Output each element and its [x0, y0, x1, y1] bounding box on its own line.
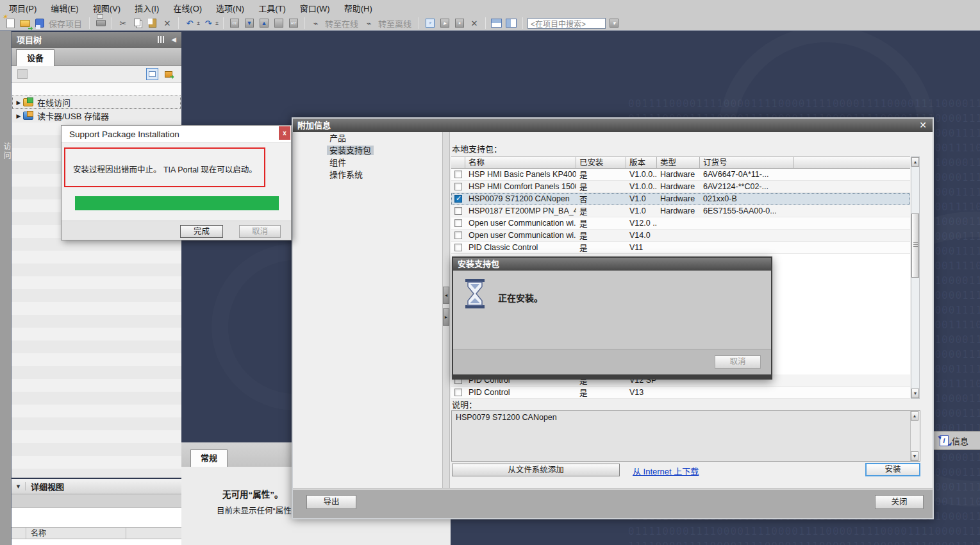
expand-right-icon[interactable]: ► [443, 308, 449, 326]
tab-general[interactable]: 常规 [190, 449, 228, 467]
scrollbar-thumb[interactable] [911, 214, 919, 278]
package-row[interactable]: Open user Communication wi...是V14.0 [451, 230, 910, 242]
column-header[interactable]: 订货号 [700, 157, 794, 168]
new-project-icon[interactable] [4, 17, 17, 29]
details-view-header[interactable]: ▾ 详细视图 [12, 479, 181, 494]
collapse-panel-icon[interactable]: ◀ [171, 37, 176, 43]
search-input[interactable] [527, 18, 606, 29]
category-item[interactable]: 产品 [327, 132, 442, 144]
package-row[interactable]: HSP HMI Basic Panels KP400, ...是V1.0.0..… [451, 169, 910, 181]
export-button[interactable]: 导出 [306, 495, 356, 509]
cross-reference-icon[interactable]: ✕ [468, 17, 481, 29]
menu-item[interactable]: 选项(N) [211, 0, 253, 16]
save-project-icon[interactable] [33, 17, 46, 29]
package-row[interactable]: PID Classic Control是V11 [451, 242, 910, 254]
search-options-icon[interactable]: ▾ [608, 17, 620, 29]
menu-item[interactable]: 在线(O) [168, 0, 211, 16]
menu-item[interactable]: 项目(P) [4, 0, 46, 16]
download-from-internet-link[interactable]: 从 Internet 上下载 [633, 465, 699, 477]
scroll-down-icon[interactable]: ▼ [911, 451, 918, 461]
go-online-plug-icon[interactable]: ⌁ [310, 17, 322, 29]
checkbox-checked[interactable] [454, 195, 462, 203]
split-horizontal-icon[interactable] [490, 17, 503, 29]
go-offline-plug-icon[interactable]: ⌁ [363, 17, 376, 29]
expand-icon[interactable]: ▶ [14, 99, 23, 106]
tab-devices[interactable]: 设备 [16, 49, 54, 66]
column-header[interactable]: 版本 [626, 157, 657, 168]
delete-icon[interactable]: ✕ [161, 17, 174, 29]
table-header-row[interactable]: 名称已安装版本类型订货号 [451, 156, 910, 169]
compile-icon[interactable]: 01 [228, 17, 241, 29]
print-icon[interactable] [94, 17, 107, 29]
package-row[interactable]: Open user Communication wi...是V12.0 ... [451, 217, 910, 230]
close-icon[interactable]: ✕ [917, 119, 929, 131]
dialog-title-bar[interactable]: 附加信息 ✕ [293, 119, 933, 132]
menu-item[interactable]: 视图(V) [88, 0, 129, 16]
panel-splitter[interactable]: ◄ ► [442, 132, 450, 488]
menu-item[interactable]: 工具(T) [253, 0, 295, 16]
details-name-column-header[interactable]: 名称 [12, 527, 181, 539]
dialog-title-bar[interactable]: 安装支持包 [453, 258, 771, 271]
start-runtime-icon[interactable]: RT [287, 17, 300, 29]
column-header[interactable]: 名称 [465, 157, 576, 168]
package-row[interactable]: HSP HMI Comfort Panels 1500...是V1.0.0...… [451, 181, 910, 193]
checkbox-unchecked[interactable] [454, 389, 462, 396]
checkbox-unchecked[interactable] [454, 219, 462, 227]
cancel-button[interactable]: 取消 [715, 355, 761, 369]
checkbox-unchecked[interactable] [454, 231, 462, 239]
undo-icon[interactable]: ↶ [183, 17, 196, 29]
menu-item[interactable]: 编辑(E) [46, 0, 87, 16]
scroll-down-icon[interactable]: ▼ [911, 389, 919, 398]
scroll-up-icon[interactable]: ▲ [911, 157, 919, 167]
checkbox-unchecked[interactable] [454, 207, 462, 215]
column-header[interactable]: 已安装 [576, 157, 626, 168]
save-project-label[interactable]: 保存项目 [49, 17, 82, 29]
collapsed-side-strip[interactable]: 访问 [0, 31, 12, 545]
paste-icon[interactable] [146, 17, 159, 29]
copy-icon[interactable] [131, 17, 144, 29]
chevron-down-icon[interactable]: ▾ [12, 482, 26, 491]
info-tab[interactable]: i 信息 [933, 431, 980, 450]
cut-icon[interactable]: ✂ [117, 17, 129, 29]
checkbox-unchecked[interactable] [454, 183, 462, 190]
checkbox-unchecked[interactable] [454, 171, 462, 178]
menu-item[interactable]: 插入(I) [129, 0, 168, 16]
hide-window-icon[interactable]: ▪ [453, 17, 466, 29]
columns-icon[interactable] [158, 36, 165, 43]
table-view-icon[interactable] [146, 68, 158, 80]
download-to-device-icon[interactable]: ▼ [243, 17, 256, 29]
start-simulation-icon[interactable] [272, 17, 285, 29]
tree-item[interactable]: ▶在线访问 [12, 96, 181, 109]
column-header[interactable]: 类型 [657, 157, 700, 168]
menu-item[interactable]: 窗口(W) [295, 0, 339, 16]
category-item[interactable]: 安装支持包 [327, 144, 442, 156]
package-row-partially-hidden[interactable]: PID Control是V13 [451, 387, 910, 399]
go-online-label[interactable]: 转至在线 [325, 17, 358, 29]
collapsed-panel-label[interactable]: 访问 [1, 142, 12, 160]
expand-icon[interactable]: ▶ [14, 113, 23, 119]
close-button[interactable]: 关闭 [875, 495, 924, 509]
table-scrollbar[interactable]: ▲ ▼ [911, 156, 920, 399]
split-vertical-icon[interactable] [505, 17, 518, 29]
package-row[interactable]: HSP0187 ET200MP PN_BA_4....是V1.0Hardware… [451, 205, 910, 217]
install-button[interactable]: 安装 [865, 463, 920, 476]
category-item[interactable]: 操作系统 [327, 169, 442, 181]
finish-button[interactable]: 完成 [180, 225, 223, 238]
cancel-button[interactable]: 取消 [239, 225, 281, 238]
tree-item[interactable]: ▶读卡器/USB 存储器 [12, 109, 181, 122]
column-header-empty[interactable] [451, 157, 465, 168]
go-offline-label[interactable]: 转至离线 [378, 17, 411, 29]
column-header-empty[interactable] [794, 157, 910, 168]
checkbox-unchecked[interactable] [454, 244, 462, 251]
show-window-icon[interactable]: ▸ [438, 17, 451, 29]
add-from-filesystem-button[interactable]: 从文件系统添加 [452, 464, 620, 476]
open-project-icon[interactable] [19, 17, 31, 29]
category-item[interactable]: 组件 [327, 156, 442, 169]
package-row[interactable]: HSP0079 S71200 CANopen否V1.0Hardware021xx… [451, 193, 910, 205]
redo-icon[interactable]: ↷ [202, 17, 215, 29]
diagnostics-icon[interactable]: ? [424, 17, 436, 29]
menu-item[interactable]: 帮助(H) [339, 0, 381, 16]
close-icon[interactable]: x [279, 126, 290, 140]
description-scrollbar[interactable]: ▲ ▼ [910, 411, 920, 461]
scroll-up-icon[interactable]: ▲ [911, 411, 918, 421]
